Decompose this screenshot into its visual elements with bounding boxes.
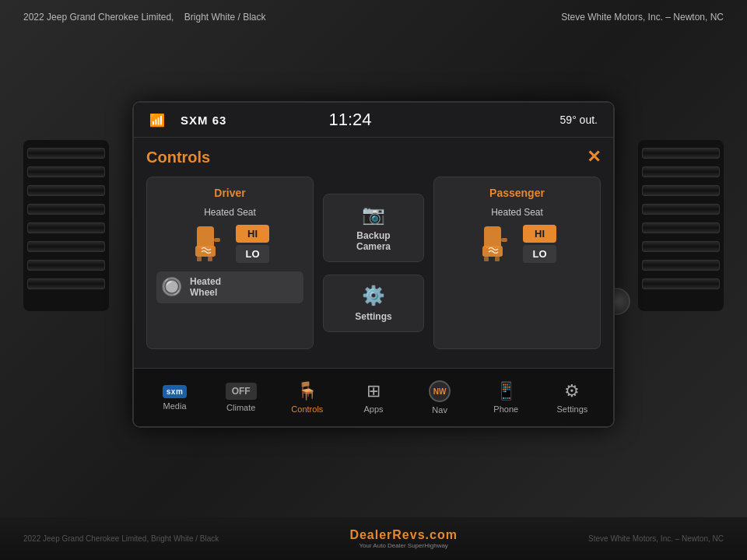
- left-air-vent: [23, 140, 109, 311]
- driver-heat-hi-button[interactable]: HI: [236, 225, 268, 243]
- vent-slot: [27, 204, 105, 215]
- controls-seat-icon: 🪑: [296, 381, 317, 401]
- signal-icon: 📶: [149, 113, 165, 128]
- vent-slot: [27, 241, 105, 252]
- bottom-info-bar: 2022 Jeep Grand Cherokee Limited, Bright…: [0, 517, 747, 560]
- driver-heated-seat-label: Heated Seat: [156, 207, 303, 218]
- camera-icon: 📷: [362, 204, 385, 226]
- passenger-seat-controls: HI LO: [444, 222, 591, 265]
- bottom-right-watermark: Steve White Motors, Inc. – Newton, NC: [588, 534, 724, 543]
- controls-nav-label: Controls: [291, 404, 323, 414]
- nav-climate[interactable]: OFF Climate: [214, 378, 268, 417]
- car-title: 2022 Jeep Grand Cherokee Limited,: [23, 12, 174, 23]
- climate-nav-label: Climate: [226, 403, 255, 412]
- sxm-nav-badge: sxm: [163, 385, 188, 398]
- svg-rect-5: [484, 226, 501, 248]
- controls-grid: Driver Heated Seat: [146, 177, 601, 349]
- settings-nav-label: Settings: [557, 404, 588, 414]
- vent-slot: [27, 260, 105, 271]
- vent-slot: [27, 222, 105, 233]
- middle-controls-panel: 📷 BackupCamera ⚙️ Settings: [323, 177, 424, 349]
- temperature-display: 59° out.: [560, 114, 598, 126]
- driver-heat-level-buttons[interactable]: HI LO: [236, 225, 268, 263]
- driver-seat-icon: [191, 222, 230, 265]
- nav-settings[interactable]: ⚙ Settings: [545, 376, 599, 418]
- svg-rect-4: [208, 257, 212, 261]
- vent-slot: [27, 185, 105, 196]
- controls-panel-title: Controls: [146, 149, 210, 166]
- passenger-heat-level-buttons[interactable]: HI LO: [523, 225, 556, 263]
- driver-seat-controls: HI LO: [156, 222, 303, 265]
- main-content-area: Controls ✕ Driver Heated Seat: [134, 138, 613, 368]
- vent-slot: [642, 222, 720, 233]
- backup-camera-button[interactable]: 📷 BackupCamera: [323, 194, 424, 262]
- nav-controls[interactable]: 🪑 Controls: [280, 376, 335, 418]
- gear-nav-icon: ⚙: [564, 381, 580, 401]
- controls-header: Controls ✕: [146, 147, 601, 167]
- vent-slot: [642, 278, 720, 289]
- passenger-heated-seat-label: Heated Seat: [444, 207, 591, 218]
- steering-wheel-icon: 🔘: [161, 277, 182, 297]
- passenger-panel: Passenger Heated Seat: [433, 177, 601, 349]
- navigation-bar: sxm Media OFF Climate 🪑 Controls ⊞ Apps …: [134, 368, 613, 426]
- svg-rect-2: [214, 238, 220, 242]
- vent-slot: [27, 278, 105, 289]
- vent-slot: [642, 241, 720, 252]
- vent-slot: [642, 204, 720, 215]
- vent-slot: [642, 260, 720, 271]
- nav-phone[interactable]: 📱 Phone: [479, 376, 533, 418]
- nav-nav-label: Nav: [432, 405, 447, 415]
- vent-slot: [642, 166, 720, 177]
- compass-icon: NW: [429, 380, 451, 402]
- phone-nav-label: Phone: [493, 404, 518, 414]
- infotainment-screen: 📶 SXM 63 11:24 59° out. Controls ✕ Drive…: [132, 101, 615, 428]
- car-color: Bright White / Black: [184, 12, 266, 23]
- passenger-heat-hi-button[interactable]: HI: [523, 225, 556, 243]
- screen-content: 📶 SXM 63 11:24 59° out. Controls ✕ Drive…: [134, 103, 613, 426]
- heated-wheel-button[interactable]: 🔘 HeatedWheel: [156, 271, 303, 303]
- dealer-info: Steve White Motors, Inc. – Newton, NC: [561, 12, 724, 23]
- settings-shortcut-button[interactable]: ⚙️ Settings: [323, 275, 424, 332]
- time-display: 11:24: [328, 110, 371, 130]
- settings-label: Settings: [355, 311, 391, 322]
- driver-panel: Driver Heated Seat: [146, 177, 314, 349]
- nav-navigation[interactable]: NW Nav: [412, 376, 467, 419]
- right-air-vent: [638, 140, 724, 311]
- apps-nav-label: Apps: [363, 404, 383, 414]
- passenger-seat-icon: [478, 222, 517, 265]
- passenger-panel-title: Passenger: [444, 187, 591, 199]
- phone-icon: 📱: [496, 381, 517, 401]
- page-info-bar: 2022 Jeep Grand Cherokee Limited, Bright…: [0, 12, 747, 23]
- heated-wheel-label: HeatedWheel: [190, 276, 221, 299]
- vent-slot: [27, 148, 105, 159]
- nav-apps[interactable]: ⊞ Apps: [346, 376, 401, 418]
- bottom-left-watermark: 2022 Jeep Grand Cherokee Limited, Bright…: [23, 534, 219, 543]
- passenger-heat-lo-button[interactable]: LO: [523, 245, 556, 263]
- apps-icon: ⊞: [366, 381, 381, 401]
- dealer-logo: DealerRevs.com Your Auto Dealer SuperHig…: [349, 528, 458, 549]
- nav-media[interactable]: sxm Media: [148, 380, 202, 415]
- settings-gear-icon: ⚙️: [362, 285, 385, 306]
- svg-rect-7: [501, 238, 507, 242]
- driver-heat-lo-button[interactable]: LO: [236, 245, 268, 263]
- sxm-station: SXM 63: [181, 114, 226, 127]
- svg-rect-8: [484, 257, 489, 261]
- close-button[interactable]: ✕: [587, 147, 601, 167]
- driver-panel-title: Driver: [156, 187, 303, 199]
- vent-slot: [27, 166, 105, 177]
- vent-slot: [642, 148, 720, 159]
- vent-slot: [642, 185, 720, 196]
- svg-rect-3: [197, 257, 202, 261]
- dealer-logo-tagline: Your Auto Dealer SuperHighway: [359, 542, 447, 549]
- svg-rect-0: [197, 226, 214, 248]
- backup-camera-label: BackupCamera: [356, 230, 391, 252]
- svg-rect-9: [495, 257, 500, 261]
- media-nav-label: Media: [163, 401, 187, 411]
- climate-off-badge: OFF: [226, 383, 257, 400]
- dealer-logo-text: DealerRevs.com: [349, 528, 458, 542]
- status-bar: 📶 SXM 63 11:24 59° out.: [134, 103, 613, 138]
